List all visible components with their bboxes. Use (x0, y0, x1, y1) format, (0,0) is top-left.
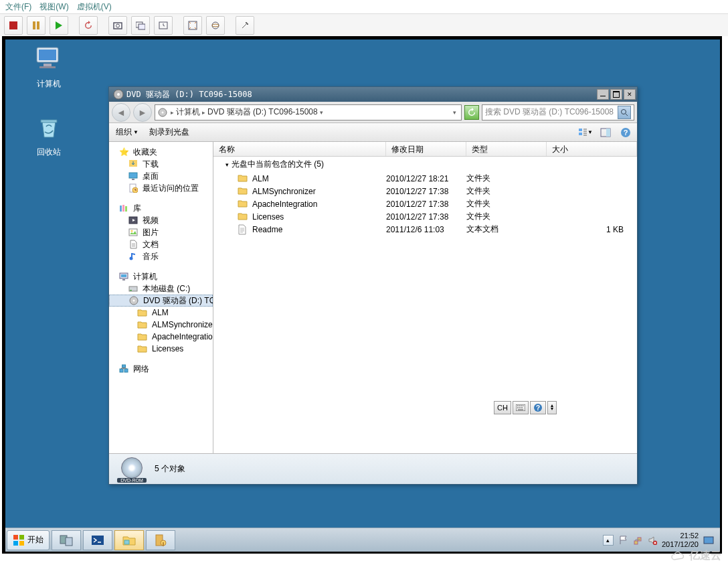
vm-stop-button[interactable] (4, 16, 23, 35)
vmware-toolbar (0, 13, 728, 36)
nav-back-button[interactable]: ◄ (112, 103, 130, 122)
tree-music[interactable]: 音乐 (109, 250, 213, 262)
file-type: 文件夹 (466, 211, 547, 222)
tree-network[interactable]: 网络 (109, 363, 213, 375)
tree-localdisk[interactable]: 本地磁盘 (C:) (109, 282, 213, 295)
vm-snapshot-manager-button[interactable] (131, 16, 150, 35)
lang-help-button[interactable]: ? (530, 401, 546, 414)
vm-reset-button[interactable] (79, 16, 98, 35)
refresh-button[interactable] (464, 105, 479, 120)
flag-icon[interactable] (618, 535, 628, 546)
folder-icon (238, 186, 248, 197)
nav-tree[interactable]: ⭐收藏夹 下载 桌面 最近访问的位置 库 视频 图片 文档 音乐 计算机 本地磁… (109, 142, 213, 453)
chevron-right-icon: ▸ (202, 109, 205, 116)
taskbar-powershell[interactable] (83, 530, 112, 550)
tree-apache[interactable]: ApacheIntegratio (109, 331, 213, 343)
vm-unity-button[interactable] (206, 16, 225, 35)
tree-licenses[interactable]: Licenses (109, 343, 213, 355)
network-tray-icon[interactable] (632, 535, 643, 546)
svg-text:?: ? (536, 404, 540, 412)
tree-documents[interactable]: 文档 (109, 238, 213, 250)
vm-fullscreen-button[interactable] (183, 16, 202, 35)
library-icon (118, 203, 129, 214)
menu-vm[interactable]: 虚拟机(V) (77, 1, 112, 12)
vm-settings-button[interactable] (236, 16, 254, 35)
crumb-computer[interactable]: 计算机 (176, 106, 200, 118)
svg-point-16 (622, 109, 626, 114)
breadcrumb[interactable]: ▸ 计算机 ▸ DVD 驱动器 (D:) TC096-15008 ▾ ▾ (155, 104, 462, 120)
tree-downloads[interactable]: 下载 (109, 158, 213, 170)
tree-computer[interactable]: 计算机 (109, 270, 213, 282)
vm-revert-button[interactable] (154, 16, 173, 35)
close-button[interactable] (624, 89, 636, 100)
menu-file[interactable]: 文件(F) (5, 1, 31, 12)
desktop-computer-icon[interactable]: 计算机 (25, 44, 72, 90)
tree-videos[interactable]: 视频 (109, 214, 213, 226)
file-type: 文件夹 (466, 173, 547, 184)
file-date: 2010/12/27 17:38 (386, 199, 466, 209)
vm-play-button[interactable] (50, 16, 68, 35)
desktop-computer-label: 计算机 (25, 78, 72, 90)
tree-desktop[interactable]: 桌面 (109, 170, 213, 182)
tree-alm[interactable]: ALM (109, 307, 213, 319)
dvd-title-icon (113, 89, 124, 100)
file-date: 2010/12/27 17:38 (386, 187, 466, 196)
tray-expand-button[interactable]: ▴ (603, 535, 614, 546)
sound-tray-icon[interactable] (647, 535, 658, 546)
tree-recent[interactable]: 最近访问的位置 (109, 182, 213, 194)
taskbar-app[interactable] (146, 530, 175, 550)
title-bar[interactable]: DVD 驱动器 (D:) TC096-15008 (109, 87, 637, 102)
crumb-drive[interactable]: DVD 驱动器 (D:) TC096-15008 (207, 106, 318, 118)
col-size[interactable]: 大小 (547, 142, 637, 156)
clock[interactable]: 21:52 2017/12/20 (662, 532, 699, 548)
history-dropdown-icon[interactable]: ▾ (453, 109, 456, 116)
view-mode-button[interactable]: ▼ (578, 125, 593, 140)
taskbar-explorer[interactable] (114, 530, 144, 550)
vm-snapshot-button[interactable] (108, 16, 127, 35)
svg-rect-28 (120, 206, 122, 212)
file-row[interactable]: ALMSynchronizer2010/12/27 17:38文件夹 (213, 185, 637, 197)
taskbar-server-manager[interactable] (52, 530, 81, 550)
chevron-down-icon[interactable]: ▾ (320, 109, 323, 116)
help-button[interactable]: ? (618, 125, 633, 140)
svg-point-34 (130, 257, 133, 260)
minimize-button[interactable] (597, 89, 609, 100)
vm-pause-button[interactable] (27, 16, 46, 35)
file-row[interactable]: ALM2010/12/27 18:21文件夹 (213, 172, 637, 185)
organize-button[interactable]: 组织 ▼ (113, 125, 141, 139)
menu-view[interactable]: 视图(W) (39, 1, 68, 12)
start-button[interactable]: 开始 (7, 530, 50, 550)
burn-button[interactable]: 刻录到光盘 (147, 125, 192, 139)
lang-ch-button[interactable]: CH (494, 401, 511, 414)
preview-pane-button[interactable] (598, 125, 613, 140)
svg-point-15 (162, 111, 164, 113)
svg-rect-48 (13, 535, 18, 540)
search-input[interactable]: 搜索 DVD 驱动器 (D:) TC096-15008 (482, 104, 634, 120)
search-placeholder: 搜索 DVD 驱动器 (D:) TC096-15008 (485, 106, 614, 118)
file-list[interactable]: 名称 修改日期 类型 大小 ▾光盘中当前包含的文件 (5) ALM2010/12… (213, 142, 637, 453)
lang-keyboard-button[interactable] (513, 401, 529, 414)
col-date[interactable]: 修改日期 (386, 142, 466, 156)
tree-dvd[interactable]: DVD 驱动器 (D:) TC (109, 295, 213, 307)
search-button[interactable] (618, 106, 631, 119)
tree-sync[interactable]: ALMSynchronizer (109, 319, 213, 331)
folder-icon (238, 199, 248, 210)
desktop-recycle-icon[interactable]: 回收站 (25, 112, 72, 158)
lang-options-button[interactable]: ▴▾ (547, 401, 557, 414)
file-row[interactable]: Readme2011/12/6 11:03文本文档1 KB (213, 223, 637, 236)
maximize-button[interactable] (610, 89, 622, 100)
tree-library[interactable]: 库 (109, 202, 213, 214)
nav-forward-button[interactable]: ► (133, 103, 152, 122)
file-row[interactable]: ApacheIntegration2010/12/27 17:38文件夹 (213, 197, 637, 210)
group-header[interactable]: ▾光盘中当前包含的文件 (5) (213, 157, 637, 172)
svg-rect-2 (136, 22, 143, 27)
tree-pictures[interactable]: 图片 (109, 226, 213, 238)
file-row[interactable]: Licenses2010/12/27 17:38文件夹 (213, 210, 637, 223)
svg-rect-17 (579, 129, 582, 131)
col-name[interactable]: 名称 (213, 142, 386, 156)
recycle-icon (33, 112, 65, 144)
col-type[interactable]: 类型 (466, 142, 547, 156)
show-desktop-button[interactable] (703, 535, 715, 546)
tree-favorites[interactable]: ⭐收藏夹 (109, 146, 213, 158)
svg-rect-5 (189, 21, 197, 29)
